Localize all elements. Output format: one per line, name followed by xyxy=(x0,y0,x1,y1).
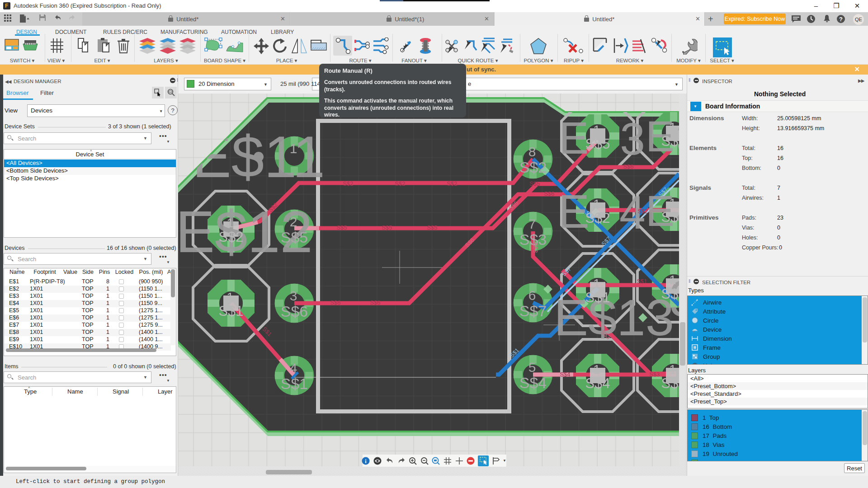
svg-text:S$3: S$3 xyxy=(649,371,660,378)
svg-text:1: 1 xyxy=(593,197,600,211)
svg-text:S$2: S$2 xyxy=(447,180,457,187)
svg-text:3: 3 xyxy=(290,288,297,303)
svg-text:1: 1 xyxy=(226,290,234,304)
svg-text:1: 1 xyxy=(669,120,676,134)
svg-text:1: 1 xyxy=(593,123,600,137)
svg-text:S$6: S$6 xyxy=(544,190,554,197)
svg-text:S$1: S$1 xyxy=(585,290,610,305)
svg-text:S$4: S$4 xyxy=(585,375,610,391)
svg-text:E: E xyxy=(559,113,589,163)
svg-text:S$6: S$6 xyxy=(330,299,340,306)
svg-text:S$2: S$2 xyxy=(519,159,547,176)
svg-text:1: 1 xyxy=(669,196,676,210)
svg-text:E$13: E$13 xyxy=(554,289,674,346)
svg-text:4: 4 xyxy=(290,361,297,375)
svg-text:1: 1 xyxy=(669,362,676,376)
svg-text:S$5: S$5 xyxy=(281,229,308,246)
svg-text:S$5: S$5 xyxy=(427,224,437,231)
svg-text:S$5: S$5 xyxy=(382,224,392,231)
svg-text:7: 7 xyxy=(528,216,536,231)
svg-text:S$2: S$2 xyxy=(395,180,405,187)
svg-text:S$2: S$2 xyxy=(637,208,648,215)
svg-text:1: 1 xyxy=(226,216,234,230)
svg-text:S$6: S$6 xyxy=(370,299,380,306)
svg-text:1: 1 xyxy=(593,277,600,291)
svg-text:?: ? xyxy=(839,16,843,23)
svg-text:S$2: S$2 xyxy=(218,229,243,245)
svg-text:S$5: S$5 xyxy=(529,180,540,187)
svg-text:6: 6 xyxy=(528,288,536,303)
svg-text:3: 3 xyxy=(620,113,645,164)
svg-text:5: 5 xyxy=(528,360,536,375)
svg-text:S$1: S$1 xyxy=(218,303,243,319)
svg-text:S$2: S$2 xyxy=(661,209,679,225)
svg-text:S$6: S$6 xyxy=(281,303,308,320)
svg-text:S$1: S$1 xyxy=(661,286,679,302)
svg-text:S$1: S$1 xyxy=(637,278,647,285)
svg-text:S$2: S$2 xyxy=(343,180,353,187)
svg-text:S$3: S$3 xyxy=(532,242,539,253)
svg-text:1: 1 xyxy=(290,141,297,156)
svg-text:S$4: S$4 xyxy=(519,374,547,391)
svg-text:E: E xyxy=(558,185,589,238)
svg-text:1: 1 xyxy=(593,362,600,376)
svg-text:S$7: S$7 xyxy=(519,302,547,319)
svg-text:1: 1 xyxy=(669,273,676,287)
svg-text:S$5: S$5 xyxy=(585,136,610,152)
svg-text:2: 2 xyxy=(290,214,297,229)
svg-text:8: 8 xyxy=(528,144,536,159)
svg-text:S$6: S$6 xyxy=(661,133,679,149)
svg-text:S$5: S$5 xyxy=(336,224,347,231)
svg-text:S$1: S$1 xyxy=(281,375,308,392)
svg-text:S$3: S$3 xyxy=(661,375,679,391)
svg-text:S$6: S$6 xyxy=(623,163,633,170)
svg-text:S$4: S$4 xyxy=(560,371,570,378)
